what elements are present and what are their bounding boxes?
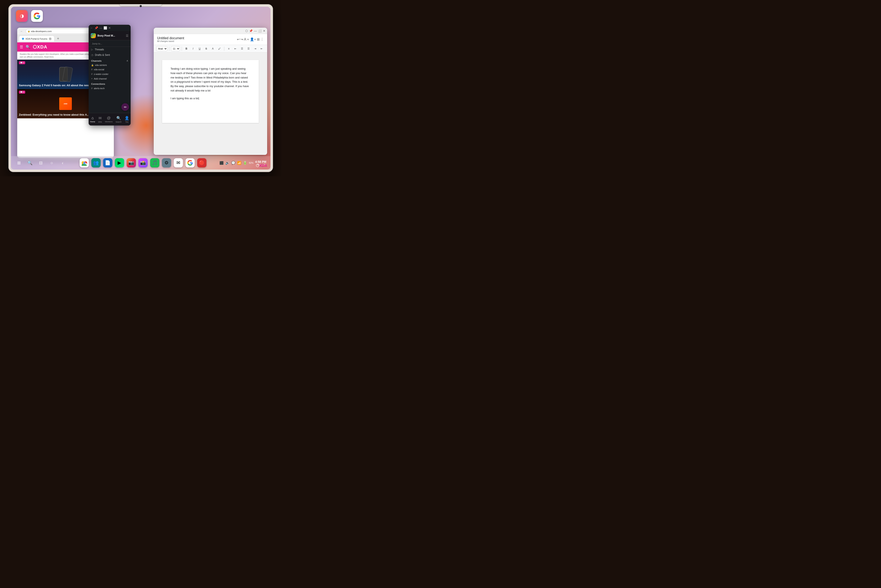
mentions-icon: @ xyxy=(107,116,111,120)
slack-connection-alerts[interactable]: # alerts-tech xyxy=(89,86,131,91)
slack-search-nav[interactable]: 🔍 Search xyxy=(116,116,122,123)
connection-name: alerts-tech xyxy=(94,87,105,90)
home-icon[interactable]: ○ xyxy=(48,159,56,166)
search-icon: 🔍 xyxy=(116,116,121,120)
add-channel-button[interactable]: + Add channel xyxy=(89,76,131,81)
svg-rect-0 xyxy=(91,35,92,36)
numbered-list-button[interactable]: ☰ xyxy=(246,46,251,52)
wifi-icon[interactable]: 📶 xyxy=(237,161,241,165)
outdent-button[interactable]: ⇤ xyxy=(259,46,265,52)
slack-dms-nav[interactable]: ✉ DMs xyxy=(98,116,102,123)
google-icon[interactable] xyxy=(31,10,43,22)
slack-channel-xda-social[interactable]: # xda-social xyxy=(89,67,131,72)
chrome-app-icon[interactable] xyxy=(80,158,89,168)
compose-button[interactable]: ✏ xyxy=(122,103,129,111)
resize-icon[interactable]: ⬜ xyxy=(104,26,107,30)
app-drawer-icon[interactable]: ⊞ xyxy=(15,159,23,166)
xda-watermark: ⬡XDA xyxy=(256,163,267,168)
gmail-app-icon[interactable]: ✉ xyxy=(174,158,183,168)
channels-collapse-icon[interactable]: ∧ xyxy=(126,59,128,62)
slack-workspace-title: Busy Pixel M... xyxy=(98,34,124,37)
red-app-icon[interactable]: 🔴 xyxy=(197,158,206,168)
hamburger-icon[interactable]: ☰ xyxy=(20,45,23,50)
more-icon[interactable]: ⋮ xyxy=(260,38,264,41)
back-icon[interactable]: ‹ xyxy=(59,159,66,166)
tab-title: XDA Portal & Forums xyxy=(26,38,47,40)
volume-icon[interactable]: 🔊 xyxy=(226,161,230,165)
slack-header: Busy Pixel M... ☰ xyxy=(89,31,131,40)
new-tab-button[interactable]: + xyxy=(55,36,61,42)
search-nav-icon[interactable]: 🔍 xyxy=(26,45,30,50)
slack-jump-to[interactable]: Jump to... xyxy=(90,42,104,46)
chat-bubbles-icon[interactable]: 💬 xyxy=(231,161,235,165)
browser-tab-active[interactable]: 🔷 XDA Portal & Forums × xyxy=(19,36,54,42)
undo-icon[interactable]: ↩ xyxy=(237,38,240,41)
slack-menu-icon[interactable]: ☰ xyxy=(126,34,129,38)
slack-home-nav[interactable]: ⌂ Home xyxy=(90,116,95,123)
url-text: xda-developers.com xyxy=(31,30,52,33)
arc-browser-icon[interactable]: ◑ xyxy=(16,10,28,22)
docs-app-icon[interactable]: 📄 xyxy=(103,158,112,168)
bullet-list-button[interactable]: ☰ xyxy=(239,46,245,52)
slack-threads-item[interactable]: ▷ Threads xyxy=(89,47,131,52)
slack-drafts-item[interactable]: ◷ Drafts & Sent xyxy=(89,52,131,58)
strikethrough-button[interactable]: S xyxy=(203,46,209,52)
redo-icon[interactable]: ↪ xyxy=(241,38,243,41)
docs-header-actions: ↩ ↪ A + 👤+ ⊞ ⋮ xyxy=(237,38,264,41)
slack-channel-xda-seniors[interactable]: 🔒 xda-seniors xyxy=(89,63,131,67)
slack-channel-z-water-cooler[interactable]: # z-water-cooler xyxy=(89,72,131,76)
indent-less-button[interactable]: ⇤ xyxy=(233,46,238,52)
xda-logo: ⬡XDA xyxy=(33,44,47,50)
indent-more-button[interactable]: ⇥ xyxy=(252,46,258,52)
hash-icon: # xyxy=(91,73,93,75)
docs-pin-icon[interactable]: 📌 xyxy=(249,29,253,33)
bold-button[interactable]: B xyxy=(183,46,189,52)
align-button[interactable]: ≡ xyxy=(226,46,232,52)
spotify-app-icon[interactable]: 🎵 xyxy=(150,158,159,168)
docs-header: Untitled document All changes saved ↩ ↪ … xyxy=(154,34,267,45)
minimize-icon[interactable]: — xyxy=(99,26,102,30)
battery-percentage: 92% xyxy=(249,162,254,164)
slack-you-nav[interactable]: 👤 You xyxy=(125,116,129,123)
text-color-button[interactable]: A xyxy=(210,46,216,52)
font-size-icon[interactable]: A xyxy=(244,38,247,41)
search-taskbar-icon[interactable]: 🔍 xyxy=(26,159,34,166)
docs-close-icon[interactable]: ✕ xyxy=(263,29,265,33)
recents-icon[interactable]: ⊟ xyxy=(37,159,45,166)
toolbar-separator xyxy=(224,46,224,51)
browser-back-button[interactable]: ← xyxy=(19,29,24,33)
slack-titlebar: ← 📌 — ⬜ ✕ xyxy=(89,25,131,31)
tab-close-button[interactable]: × xyxy=(49,38,52,40)
meet-app-icon[interactable]: 👥 xyxy=(91,158,101,168)
front-camera xyxy=(140,5,142,7)
dms-icon: ✉ xyxy=(99,116,102,120)
taskbar: ⊞ 🔍 ⊟ ○ ‹ xyxy=(11,156,271,170)
slack-mentions-nav[interactable]: @ Mentions xyxy=(105,116,113,123)
close-icon[interactable]: ✕ xyxy=(108,26,111,30)
slack-window: ← 📌 — ⬜ ✕ Busy Pixel M... ☰ xyxy=(89,25,131,126)
font-family-select[interactable]: Arial xyxy=(156,46,167,51)
docs-resize-icon[interactable]: ⬜ xyxy=(258,29,262,33)
play-app-icon[interactable]: ▶ xyxy=(115,158,124,168)
share-icon[interactable]: 👤+ xyxy=(250,38,256,41)
add-channel-label: Add channel xyxy=(94,77,107,80)
font-size-select[interactable]: 11 xyxy=(171,46,180,51)
screen-record-icon[interactable]: ⬛ xyxy=(219,161,224,165)
italic-button[interactable]: I xyxy=(190,46,196,52)
mentions-label: Mentions xyxy=(105,121,113,123)
docs-copy-icon[interactable]: ⬡ xyxy=(245,29,248,33)
slack-app-icon xyxy=(91,33,96,38)
add-icon[interactable]: + xyxy=(247,38,249,41)
instagram-app-icon[interactable]: 📷 xyxy=(127,158,136,168)
underline-button[interactable]: U xyxy=(197,46,203,52)
battery-icon[interactable]: 🔋 xyxy=(243,161,247,165)
layout-icon[interactable]: ⊞ xyxy=(257,38,260,41)
docs-content-area[interactable]: Testing I am doing voice typing. I am ju… xyxy=(162,60,259,123)
back-icon[interactable]: ← xyxy=(90,26,93,30)
photo-app-icon[interactable]: 📸 xyxy=(138,158,147,168)
highlight-button[interactable]: 🖊 xyxy=(216,46,222,52)
pin-icon[interactable]: 📌 xyxy=(95,26,98,30)
google-app-icon[interactable] xyxy=(185,158,195,168)
settings-app-icon[interactable]: ⚙ xyxy=(162,158,171,168)
docs-minimize-icon[interactable]: — xyxy=(254,29,257,33)
